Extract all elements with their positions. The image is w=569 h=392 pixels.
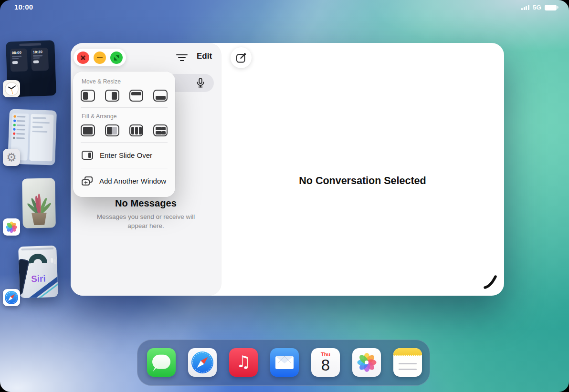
- compass-icon: [191, 351, 213, 373]
- photos-flower-icon[interactable]: [3, 218, 20, 236]
- arrange-grid[interactable]: [153, 124, 168, 136]
- safari-toolbar: [21, 248, 53, 250]
- alarm-widget: 08:00: [10, 48, 28, 72]
- dock-app-calendar[interactable]: Thu 8: [311, 348, 340, 377]
- close-icon[interactable]: [77, 52, 89, 64]
- page-airpods-graphic: [51, 258, 53, 263]
- photos-flower-icon: [356, 352, 377, 373]
- gear-icon[interactable]: ⚙: [3, 149, 20, 166]
- arrange-three-columns[interactable]: [129, 124, 144, 136]
- dock-app-notes[interactable]: [393, 348, 422, 377]
- conversations-sidebar: Edit No Messages Messages you send or re…: [71, 43, 221, 296]
- sidebar-empty-state: No Messages Messages you send or receive…: [71, 198, 221, 231]
- move-resize-left-half[interactable]: [81, 90, 95, 102]
- page-graphic: [28, 253, 48, 263]
- network-type-label: 5G: [533, 4, 541, 11]
- section-label: Move & Resize: [82, 78, 175, 85]
- chat-bubble-icon: [152, 355, 170, 369]
- empty-subtitle: Messages you send or receive will appear…: [88, 213, 204, 231]
- empty-title: No Messages: [71, 198, 221, 209]
- window-controls-menu: Move & Resize Fill & Arrange: [73, 72, 175, 197]
- arrange-split-left[interactable]: [105, 124, 119, 136]
- notes-header: [393, 348, 422, 356]
- dock-app-mail[interactable]: [270, 348, 299, 377]
- alarm-time: 08:00: [12, 50, 25, 55]
- mic-icon[interactable]: [195, 77, 206, 91]
- arrange-fill-screen[interactable]: [81, 124, 95, 136]
- music-note-icon: ♫: [236, 353, 251, 370]
- ipad-screen: 10:00 5G 08:00 10:20: [0, 0, 569, 392]
- dock-app-safari[interactable]: [188, 348, 217, 377]
- dock-app-photos[interactable]: [352, 348, 381, 377]
- signal-bars-icon: [521, 5, 529, 10]
- safari-compass-icon[interactable]: [3, 289, 20, 306]
- section-label: Fill & Arrange: [82, 113, 175, 120]
- minimize-icon[interactable]: [94, 52, 106, 64]
- fullscreen-icon[interactable]: [110, 52, 123, 64]
- move-resize-top-half[interactable]: [129, 90, 144, 102]
- alarm-time: 10:20: [33, 50, 46, 54]
- recent-app-photos[interactable]: [22, 178, 56, 228]
- filter-icon[interactable]: [173, 52, 190, 64]
- add-window-icon: [82, 176, 93, 186]
- menu-item-add-another-window[interactable]: Add Another Window: [73, 174, 175, 194]
- messages-window: Edit No Messages Messages you send or re…: [71, 43, 504, 296]
- move-resize-bottom-half[interactable]: [153, 90, 168, 102]
- status-time: 10:00: [14, 3, 33, 11]
- compose-button[interactable]: [231, 47, 252, 68]
- dock-app-music[interactable]: ♫: [229, 348, 258, 377]
- compose-icon: [235, 52, 247, 64]
- edit-button[interactable]: Edit: [197, 52, 212, 61]
- clock-tab-bar: [19, 43, 41, 46]
- envelope-icon: [275, 356, 294, 369]
- recent-app-safari[interactable]: Siri: [18, 246, 58, 299]
- calendar-day: 8: [311, 357, 340, 373]
- settings-detail: [29, 114, 53, 162]
- dock: ♫ Thu 8: [137, 340, 430, 386]
- battery-icon: [545, 5, 557, 10]
- dock-app-messages[interactable]: [147, 348, 176, 377]
- menu-item-enter-slide-over[interactable]: Enter Slide Over: [73, 148, 175, 168]
- status-bar: 10:00 5G: [0, 0, 569, 13]
- move-resize-right-half[interactable]: [105, 90, 119, 102]
- clock-icon[interactable]: [3, 80, 20, 97]
- window-controls: [74, 49, 126, 66]
- alarm-widget: 10:20: [31, 48, 49, 71]
- slide-over-icon: [82, 151, 93, 160]
- no-conversation-label: No Conversation Selected: [221, 175, 504, 187]
- plant-pot: [31, 213, 48, 226]
- corner-resize-indicator[interactable]: [482, 274, 498, 291]
